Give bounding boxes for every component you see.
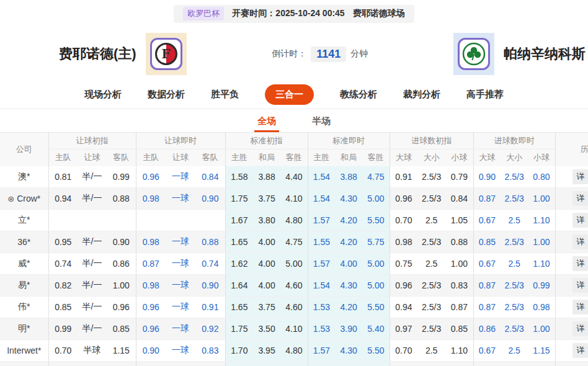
odds-cell: 1.67 [225,210,253,231]
table-row: ⊛Crow*0.94半/一0.880.98一球0.901.753.754.101… [0,188,588,210]
odds-cell: 1.57 [308,340,335,362]
nav-tab-4[interactable]: 教练分析 [340,89,377,100]
detail-button[interactable]: 详 [572,191,588,206]
table-row: Interwet*0.70半球1.150.90一球0.831.703.954.8… [0,340,588,362]
league-badge[interactable]: 欧罗巴杯 [183,7,224,20]
company-cell: Interwet* [0,340,48,362]
sub-column-header: 大小 [501,150,528,166]
odds-cell: 1.10 [445,340,473,362]
top-info-bar: 欧罗巴杯 开赛时间：2025-10-24 00:45 费耶诺德球场 [0,0,588,27]
odds-cell [362,362,390,366]
odds-cell: 0.88 [445,231,473,253]
table-row: 36*0.95半/一0.900.98一球0.881.654.004.751.55… [0,231,588,253]
detail-button[interactable]: 详 [572,343,588,358]
odds-cell [555,362,588,366]
odds-cell: 0.70 [390,340,417,362]
sub-column-header: 主队 [48,150,78,166]
odds-cell: 1.10 [528,253,555,275]
nav-tab-5[interactable]: 裁判分析 [403,89,440,100]
odds-cell: 0.83 [195,340,225,362]
sub-column-header: 和局 [335,150,362,166]
odds-cell: 4.30 [335,340,362,362]
detail-button[interactable]: 详 [572,278,588,293]
company-cell: 伟* [0,297,48,318]
odds-cell: 1.57 [308,253,335,275]
period-tab-0[interactable]: 全场 [254,112,279,132]
odds-cell: 1.00 [445,253,473,275]
odds-cell: 0.94 [48,188,78,210]
odds-cell: 0.99 [48,318,78,340]
odds-cell: 4.75 [280,231,308,253]
odds-cell: 0.96 [390,275,417,297]
odds-cell: 一球 [166,318,195,340]
odds-cell: 0.98 [136,275,166,297]
odds-cell: 2.5/3 [501,275,528,297]
odds-cell: 0.67 [473,340,501,362]
nav-tab-1[interactable]: 数据分析 [148,89,185,100]
nav-tabs: 现场分析数据分析胜平负三合一教练分析裁判分析高手推荐 [0,81,588,109]
odds-cell: 0.94 [390,297,417,318]
odds-cell: 0.87 [473,275,501,297]
detail-button[interactable]: 详 [572,234,588,249]
table-row: 澳*0.81半/一0.990.96一球0.841.583.884.401.543… [0,166,588,188]
odds-cell: 半/一 [78,231,107,253]
detail-button[interactable]: 详 [572,256,588,271]
period-tab-1[interactable]: 半场 [309,112,334,132]
odds-cell: 0.98 [136,188,166,210]
detail-button[interactable]: 详 [572,300,588,315]
odds-cell: 1.15 [107,340,136,362]
odds-cell: 0.87 [473,297,501,318]
odds-cell: 2.5/3 [417,318,445,340]
odds-cell: 0.74 [48,253,78,275]
table-row: 明*0.99半/一0.850.96一球0.921.753.504.101.533… [0,318,588,340]
odds-cell: 0.97 [390,318,417,340]
odds-cell: 2.5/3 [501,188,528,210]
nav-tab-6[interactable]: 高手推荐 [466,89,504,100]
detail-button[interactable]: 详 [572,321,588,336]
ball-icon: ⊛ [7,194,14,203]
company-cell: 澳* [0,166,48,188]
table-row [0,362,588,366]
odds-cell: 0.98 [136,231,166,253]
odds-cell: 4.00 [335,253,362,275]
period-tabs: 全场半场 [0,109,588,132]
odds-cell: 5.00 [362,275,390,297]
company-name: Crow* [17,194,40,203]
odds-cell: 0.82 [48,275,78,297]
countdown-value: 1141 [311,47,346,62]
odds-cell: 3.95 [253,340,280,362]
odds-cell: 一球 [166,340,195,362]
away-team: 帕纳辛纳科斯 [453,33,586,75]
detail-button[interactable]: 详 [572,169,588,184]
odds-cell [48,210,78,231]
nav-tab-0[interactable]: 现场分析 [84,89,122,100]
nav-tab-2[interactable]: 胜平负 [211,89,239,100]
odds-cell: 1.54 [308,166,335,188]
odds-cell: 3.75 [253,297,280,318]
odds-cell: 2.5 [501,253,528,275]
odds-cell: 0.86 [473,318,501,340]
odds-cell: 1.57 [308,210,335,231]
countdown-label: 倒计时： [272,48,306,60]
actions-cell: 详统 [555,275,588,297]
nav-tab-3[interactable]: 三合一 [265,84,314,105]
odds-cell: 4.60 [280,297,308,318]
odds-cell: 1.65 [225,297,253,318]
table-row: 易*0.82半/一1.000.98一球0.901.644.004.601.544… [0,275,588,297]
company-cell: 威* [0,253,48,275]
odds-cell: 0.87 [445,297,473,318]
odds-cell: 3.90 [335,318,362,340]
odds-cell [48,362,78,366]
detail-button[interactable]: 详 [572,213,588,228]
odds-table-body: 澳*0.81半/一0.990.96一球0.841.583.884.401.543… [0,166,588,366]
odds-cell: 5.40 [362,318,390,340]
actions-cell: 详统 [555,340,588,362]
odds-cell: 1.65 [225,231,253,253]
group-header: 进球数即时 [473,133,555,150]
odds-cell: 0.91 [390,166,417,188]
odds-cell: 5.00 [362,253,390,275]
odds-cell: 0.84 [195,166,225,188]
odds-cell [253,362,280,366]
odds-cell: 2.5 [417,253,445,275]
sub-column-header: 和局 [253,150,280,166]
